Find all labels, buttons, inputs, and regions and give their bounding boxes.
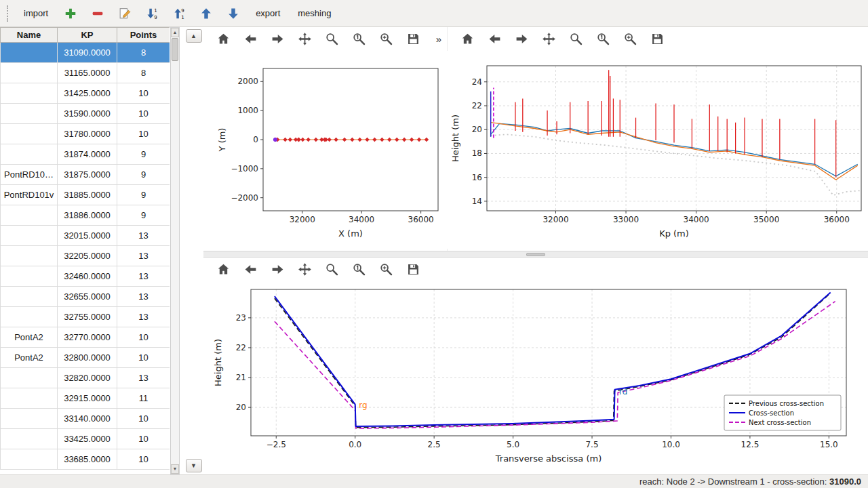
cross-section-chart[interactable]: −2.50.02.55.07.510.012.515.020212223Tran… (203, 281, 868, 474)
zoom-button[interactable] (323, 30, 340, 48)
pan-button[interactable] (296, 261, 313, 279)
cell-kp: 31590.0000 (58, 104, 117, 124)
table-row[interactable]: 31090.00008 (1, 43, 170, 63)
home-button[interactable] (458, 30, 476, 48)
cell-points: 10 (117, 104, 170, 124)
column-header-points[interactable]: Points (117, 28, 170, 43)
table-row[interactable]: 31425.000010 (1, 83, 170, 104)
svg-text:−2.5: −2.5 (267, 440, 286, 449)
top-plots-row: » 320003400036000−2000−1000010002000X (m… (203, 27, 868, 251)
zoom-original-button[interactable] (594, 30, 612, 48)
table-row[interactable]: 32820.000013 (1, 368, 170, 388)
table-row[interactable]: 32655.000013 (1, 287, 170, 307)
svg-text:12.5: 12.5 (741, 440, 760, 449)
table-row[interactable]: 31165.00008 (1, 63, 170, 83)
pan-button[interactable] (540, 30, 557, 48)
export-button[interactable]: export (252, 5, 284, 21)
table-row[interactable]: 31874.00009 (1, 144, 170, 165)
move-up-button[interactable] (197, 5, 215, 22)
home-button[interactable] (214, 30, 232, 48)
zoom-rect-icon (623, 32, 637, 46)
svg-text:Previous cross-section: Previous cross-section (749, 400, 824, 407)
column-header-kp[interactable]: KP (58, 28, 117, 43)
table-scrollbar[interactable]: ▲ ▼ (170, 27, 180, 474)
cross-section-panel: −2.50.02.55.07.510.012.515.020212223Tran… (203, 258, 868, 474)
table-row[interactable]: PontA232800.000010 (1, 348, 170, 368)
svg-text:0: 0 (253, 135, 258, 144)
svg-text:Kp (m): Kp (m) (659, 228, 689, 239)
toolbar-overflow-chevron[interactable]: » (436, 33, 441, 45)
forward-icon (271, 262, 285, 277)
zoom-button[interactable] (567, 30, 585, 48)
table-row[interactable]: 32755.000013 (1, 307, 170, 327)
sort-descending-button[interactable] (170, 5, 188, 22)
forward-button[interactable] (513, 30, 530, 48)
cell-kp: 31165.0000 (58, 63, 117, 83)
move-down-button[interactable] (224, 5, 242, 22)
table-row[interactable]: 32460.000013 (1, 266, 170, 287)
scrollbar-track[interactable] (171, 37, 179, 464)
table-row[interactable]: PontRD10…31875.00009 (1, 165, 170, 185)
scrollbar-down-arrow-icon[interactable]: ▼ (171, 464, 179, 474)
toolbar-handle[interactable] (7, 5, 10, 22)
save-icon (406, 262, 420, 277)
horizontal-splitter[interactable] (203, 251, 868, 258)
meshing-button[interactable]: meshing (294, 5, 335, 21)
home-button[interactable] (214, 261, 232, 279)
table-row[interactable]: 32915.000011 (1, 388, 170, 409)
svg-text:33000: 33000 (613, 215, 639, 224)
remove-cross-section-button[interactable] (89, 5, 106, 22)
add-cross-section-button[interactable] (62, 5, 79, 22)
cell-points: 10 (117, 449, 170, 470)
cell-kp: 33685.0000 (58, 449, 117, 470)
table-row[interactable]: 32205.000013 (1, 246, 170, 266)
pan-icon (298, 32, 312, 46)
home-icon (216, 32, 231, 46)
cell-kp: 31780.0000 (58, 124, 117, 144)
save-figure-button[interactable] (648, 30, 666, 48)
zoom-original-button[interactable] (350, 30, 368, 48)
forward-button[interactable] (269, 261, 286, 279)
longitudinal-profile-chart[interactable]: 3200033000340003500036000141618202224Kp … (448, 51, 868, 251)
back-button[interactable] (241, 30, 259, 48)
pan-button[interactable] (296, 30, 313, 48)
table-row[interactable]: 33140.000010 (1, 409, 170, 429)
zoom-icon (325, 262, 339, 277)
column-header-name[interactable]: Name (1, 28, 58, 43)
table-row[interactable]: PontA232770.000010 (1, 327, 170, 348)
table-row[interactable]: 33685.000010 (1, 449, 170, 470)
save-figure-button[interactable] (404, 261, 422, 279)
zoom-original-button[interactable] (350, 261, 368, 279)
scrollbar-thumb[interactable] (172, 38, 178, 61)
table-row[interactable]: 33425.000010 (1, 429, 170, 449)
zoom-orig-icon (352, 262, 366, 277)
import-button[interactable]: import (20, 5, 52, 21)
back-button[interactable] (241, 261, 259, 279)
save-icon (650, 32, 665, 46)
svg-text:Cross-section: Cross-section (749, 409, 794, 417)
plan-view-chart[interactable]: 320003400036000−2000−1000010002000X (m)Y… (203, 51, 447, 251)
forward-button[interactable] (269, 30, 286, 48)
table-row[interactable]: 31780.000010 (1, 124, 170, 144)
table-row[interactable]: 32015.000013 (1, 226, 170, 246)
zoom-button[interactable] (323, 261, 340, 279)
cell-points: 10 (117, 327, 170, 348)
zoom-rect-button[interactable] (377, 261, 395, 279)
edit-button[interactable] (116, 5, 134, 22)
back-button[interactable] (486, 30, 503, 48)
zoom-rect-button[interactable] (377, 30, 395, 48)
cell-points: 9 (117, 144, 170, 165)
table-row[interactable]: 31886.00009 (1, 205, 170, 226)
table-row[interactable]: PontRD101v31885.00009 (1, 185, 170, 205)
zoom-icon (569, 32, 583, 46)
table-row[interactable]: 31590.000010 (1, 104, 170, 124)
save-figure-button[interactable] (404, 30, 422, 48)
sort-ascending-button[interactable] (143, 5, 161, 22)
zoom-rect-button[interactable] (621, 30, 639, 48)
next-cross-section-button[interactable]: ▼ (186, 459, 202, 472)
svg-text:34000: 34000 (684, 215, 709, 224)
scrollbar-up-arrow-icon[interactable]: ▲ (171, 28, 179, 37)
prev-cross-section-button[interactable]: ▲ (186, 29, 202, 43)
cell-kp: 32015.0000 (58, 226, 117, 246)
zoom-rect-icon (379, 262, 393, 277)
